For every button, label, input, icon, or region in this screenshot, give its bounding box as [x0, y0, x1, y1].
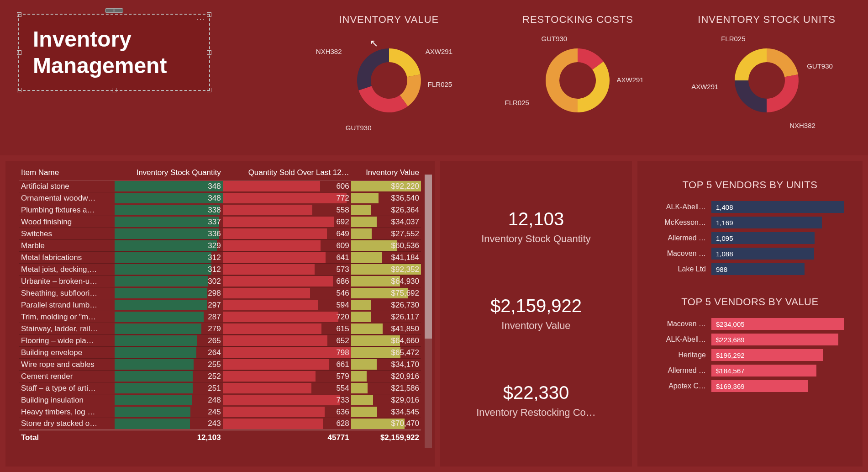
donut-segment[interactable]: [767, 48, 798, 77]
table-row[interactable]: Trim, molding or "m… 287 720 $26,117: [19, 311, 421, 323]
cell-stock: 298: [115, 287, 223, 299]
header-row: ≡ ⋯ InventoryManagement INVENTORY VALUE …: [0, 0, 868, 155]
col-inv-value[interactable]: Inventory Value: [351, 165, 421, 180]
donut-segment-label: AXW291: [691, 83, 718, 90]
cell-name: Trim, molding or "m…: [19, 311, 115, 323]
kpi-label: Inventory Stock Quantity: [481, 233, 591, 245]
vendor-bar: $196,292: [711, 348, 844, 362]
vendor-bar: 1,088: [711, 247, 844, 260]
cell-value: $64,660: [351, 335, 421, 347]
title-selection-frame[interactable]: ≡ ⋯ InventoryManagement: [18, 14, 210, 91]
donut-segment[interactable]: [546, 48, 578, 112]
table-row[interactable]: Staff – a type of arti… 251 554 $21,586: [19, 382, 421, 394]
vendor-row[interactable]: Lake Ltd 988: [656, 262, 844, 276]
table-row[interactable]: Building insulation 248 733 $29,016: [19, 394, 421, 406]
resize-handle[interactable]: [112, 88, 116, 92]
table-row[interactable]: Cement render 252 579 $20,916: [19, 371, 421, 382]
donut-segment[interactable]: [357, 48, 389, 90]
inventory-table[interactable]: Item Name Inventory Stock Quantity Quant…: [19, 165, 421, 445]
table-row[interactable]: Building envelope 264 798 $65,472: [19, 347, 421, 359]
table-row[interactable]: Wood finishing 337 692 $34,037: [19, 216, 421, 228]
donut-restocking-costs[interactable]: RESTOCKING COSTS GUT930AXW291FLR025: [486, 5, 670, 151]
cell-value: $41,850: [351, 323, 421, 335]
vendor-row[interactable]: Apotex C… $169,369: [656, 379, 844, 393]
table-scrollbar[interactable]: [425, 175, 432, 448]
cell-name: Wood finishing: [19, 216, 115, 228]
vendor-name: Lake Ltd: [656, 265, 706, 273]
donut-inventory-value[interactable]: INVENTORY VALUE AXW291FLR025GUT930NXH382: [297, 5, 481, 151]
resize-handle[interactable]: [207, 12, 211, 17]
donut-segment-label: GUT930: [346, 124, 372, 132]
donut-segment[interactable]: [578, 62, 610, 112]
col-item-name[interactable]: Item Name: [19, 165, 115, 180]
table-row[interactable]: Plumbing fixtures a… 338 558 $26,364: [19, 204, 421, 216]
donut-segment[interactable]: [358, 86, 408, 112]
cell-value: $75,692: [351, 287, 421, 299]
table-row[interactable]: Ornamental woodw… 348 772 $36,540: [19, 192, 421, 204]
vendor-row[interactable]: Allermed … $184,567: [656, 364, 844, 377]
cell-stock: 312: [115, 252, 223, 264]
cell-sold: 686: [223, 276, 351, 287]
cell-sold: 609: [223, 240, 351, 252]
kpi-label: Inventory Value: [490, 320, 582, 332]
table-row[interactable]: Metal fabrications 312 641 $41,184: [19, 252, 421, 264]
resize-handle[interactable]: [17, 12, 21, 17]
resize-handle[interactable]: [17, 88, 21, 92]
table-row[interactable]: Stairway, ladder, rail… 279 615 $41,850: [19, 323, 421, 335]
total-value: $2,159,922: [351, 430, 421, 445]
kpi-value: 12,103: [481, 209, 591, 229]
cell-sold: 692: [223, 216, 351, 228]
table-row[interactable]: Switches 336 649 $27,552: [19, 228, 421, 240]
title-widget[interactable]: ≡ ⋯ InventoryManagement: [9, 5, 292, 151]
scrollbar-thumb[interactable]: [425, 175, 432, 339]
table-row[interactable]: Parallel strand lumb… 297 594 $26,730: [19, 299, 421, 311]
kpi-restocking[interactable]: $22,330 Inventory Restocking Co…: [476, 382, 596, 419]
kpi-inv-value[interactable]: $2,159,922 Inventory Value: [490, 296, 582, 332]
vendor-row[interactable]: Allermed … 1,095: [656, 231, 844, 245]
inventory-table-panel[interactable]: Item Name Inventory Stock Quantity Quant…: [5, 161, 435, 467]
table-row[interactable]: Metal joist, decking,… 312 573 $92,352: [19, 264, 421, 276]
table-row[interactable]: Flooring – wide pla… 265 652 $64,660: [19, 335, 421, 347]
kpi-stock-qty[interactable]: 12,103 Inventory Stock Quantity: [481, 209, 591, 245]
table-row[interactable]: Artificial stone 348 606 $92,220: [19, 180, 421, 192]
cell-sold: 798: [223, 347, 351, 359]
table-row[interactable]: Sheathing, subfloori… 298 546 $75,692: [19, 287, 421, 299]
vendor-row[interactable]: Macoven … $234,005: [656, 317, 844, 331]
cell-sold: 546: [223, 287, 351, 299]
cell-sold: 554: [223, 382, 351, 394]
cell-stock: 243: [115, 418, 223, 430]
vendor-row[interactable]: Heritage $196,292: [656, 348, 844, 362]
cell-value: $26,364: [351, 204, 421, 216]
cell-sold: 558: [223, 204, 351, 216]
vendor-row[interactable]: McKesson… 1,169: [656, 216, 844, 229]
cell-value: $20,916: [351, 371, 421, 382]
table-row[interactable]: Marble 329 609 $60,536: [19, 240, 421, 252]
table-row[interactable]: Stone dry stacked o… 243 628 $70,470: [19, 418, 421, 430]
donut-stock-units[interactable]: INVENTORY STOCK UNITS FLR025GUT930NXH382…: [674, 5, 859, 151]
donut-segment[interactable]: [767, 74, 799, 112]
cell-name: Building insulation: [19, 394, 115, 406]
col-stock-qty[interactable]: Inventory Stock Quantity: [115, 165, 223, 180]
drag-handle-icon[interactable]: ≡: [105, 8, 123, 13]
cell-stock: 287: [115, 311, 223, 323]
vendor-row[interactable]: ALK-Abell… $223,689: [656, 333, 844, 346]
table-row[interactable]: Heavy timbers, log … 245 636 $34,545: [19, 406, 421, 418]
col-sold-qty[interactable]: Quantity Sold Over Last 12…: [223, 165, 351, 180]
donut-segment-label: NXH382: [789, 122, 815, 129]
resize-handle[interactable]: [207, 50, 211, 55]
vendor-row[interactable]: Macoven … 1,088: [656, 247, 844, 260]
donut-segment[interactable]: [735, 48, 767, 80]
cell-stock: 245: [115, 406, 223, 418]
cell-value: $60,536: [351, 240, 421, 252]
donut-segment[interactable]: [389, 48, 421, 77]
cell-sold: 641: [223, 252, 351, 264]
resize-handle[interactable]: [207, 88, 211, 92]
cell-stock: 279: [115, 323, 223, 335]
vendor-row[interactable]: ALK-Abell… 1,408: [656, 200, 844, 214]
donut-segment[interactable]: [735, 80, 767, 112]
table-row[interactable]: Urbanite – broken-u… 302 686 $64,930: [19, 276, 421, 287]
table-row[interactable]: Wire rope and cables 255 661 $34,170: [19, 359, 421, 371]
more-options-icon[interactable]: ⋯: [196, 14, 205, 24]
resize-handle[interactable]: [17, 50, 21, 55]
donut-segment-label: GUT930: [807, 62, 833, 70]
